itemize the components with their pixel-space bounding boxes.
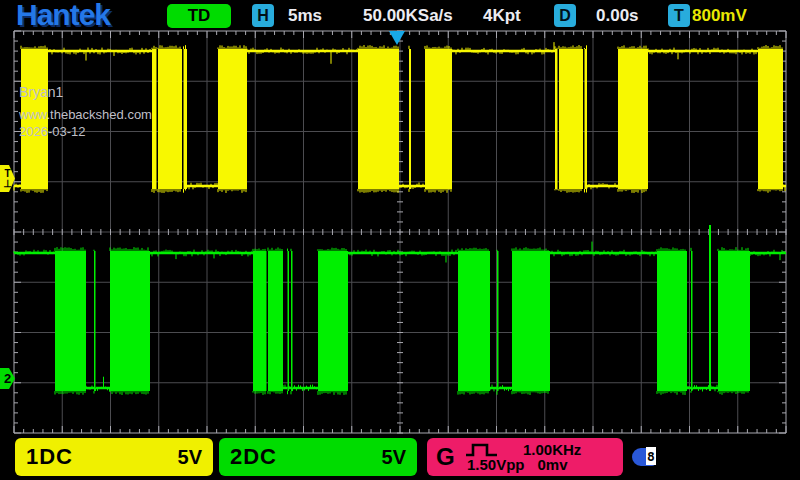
ch1-scale-value: 5V <box>178 446 202 469</box>
oscilloscope-screen: Hantek TD H 5ms 50.00KSa/s 4Kpt D 0.00s … <box>0 0 800 480</box>
annotation-username: Bryan1 <box>19 84 63 100</box>
ch2-coupling-label: 2DC <box>230 444 277 470</box>
ch1-ground-glyph: ⊥ <box>3 179 12 189</box>
waveform-display <box>0 0 800 480</box>
generator-label: G <box>436 443 455 471</box>
ch1-status-box[interactable]: 1DC 5V <box>15 438 213 476</box>
ch1-coupling-label: 1DC <box>26 444 73 470</box>
annotation-date: 2026-03-12 <box>19 124 86 139</box>
generator-amplitude: 1.50Vpp <box>467 456 525 473</box>
square-wave-icon <box>465 443 503 457</box>
ch2-status-box[interactable]: 2DC 5V <box>219 438 417 476</box>
usb-device-digit: 8 <box>646 447 656 465</box>
trigger-level-glyph: T <box>4 169 10 179</box>
annotation-website: www.thebackshed.com <box>19 107 152 122</box>
generator-status-box[interactable]: G 1.00KHz 1.50Vpp 0mv <box>427 438 623 476</box>
ch2-scale-value: 5V <box>382 446 406 469</box>
usb-device-icon: 8 <box>632 448 655 466</box>
ch2-marker-label: 2 <box>4 371 11 386</box>
generator-offset: 0mv <box>538 456 568 473</box>
